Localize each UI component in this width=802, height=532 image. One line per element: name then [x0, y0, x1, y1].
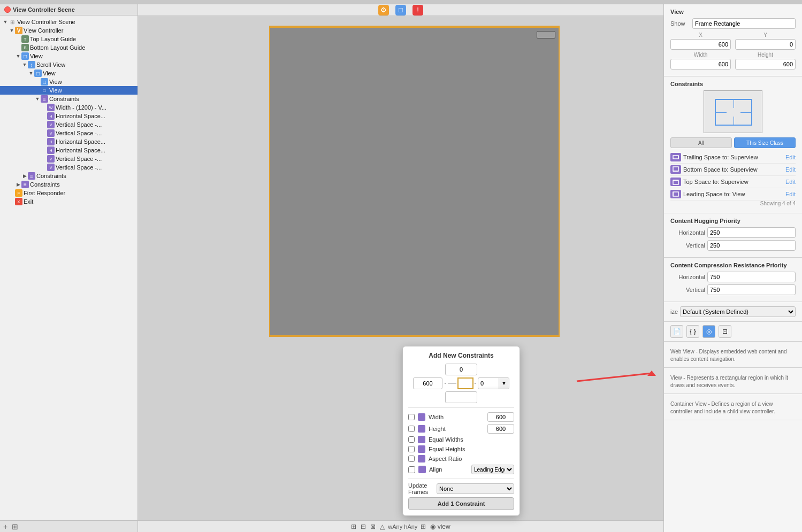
arrow-vc: ▼ — [9, 28, 15, 33]
tree-item-cr2[interactable]: ▶ ≡ Constraints — [0, 180, 138, 189]
tree-item-vs3[interactable]: V Vertical Space -... — [0, 155, 138, 163]
tree-item-vs2[interactable]: V Vertical Space -... — [0, 129, 138, 137]
sc-btn-this[interactable]: This Size Class — [734, 137, 796, 148]
tree-item-bottom-layout[interactable]: B Bottom Layout Guide — [0, 43, 138, 52]
tree-item-hs2[interactable]: H Horizontal Space... — [0, 137, 138, 146]
icon-cr2: ≡ — [21, 181, 29, 188]
rp-icon-size[interactable]: ⊡ — [719, 325, 731, 338]
layout-toggle-button[interactable]: ⊞ — [12, 522, 18, 531]
edit-top-btn[interactable]: Edit — [785, 179, 796, 185]
horiz-priority-row: Horizontal 250 — [670, 227, 796, 238]
tree-item-cr1[interactable]: ▶ ≡ Constraints — [0, 172, 138, 180]
tree-item-exit[interactable]: X Exit — [0, 197, 138, 206]
edit-trailing-btn[interactable]: Edit — [785, 154, 796, 160]
canvas-icon-warning[interactable]: ! — [413, 5, 423, 16]
tree-item-view3[interactable]: □ View — [0, 78, 138, 86]
anc-equal-widths-checkbox[interactable] — [408, 436, 415, 443]
anc-aspect-ratio-checkbox[interactable] — [408, 456, 415, 462]
icon-exit: X — [15, 198, 22, 205]
vert-comp-select[interactable]: 750 — [707, 284, 796, 295]
label-hs3: Horizontal Space... — [56, 147, 105, 153]
anc-update-row: Update Frames None Items of New Constrai… — [408, 482, 514, 495]
anc-top-input[interactable] — [445, 364, 477, 375]
tree-item-hs1[interactable]: H Horizontal Space... — [0, 112, 138, 120]
tree-item-view2[interactable]: ▼ □ View — [0, 69, 138, 78]
w-input[interactable] — [670, 59, 731, 70]
horiz-comp-select[interactable]: 750 — [707, 272, 796, 282]
tree-item-vs4[interactable]: V Vertical Space -... — [0, 163, 138, 172]
vert-comp-row: Vertical 750 — [670, 284, 796, 295]
bottom-right-icons: ⊞ ◉ view — [421, 523, 450, 530]
close-button[interactable] — [4, 6, 11, 13]
anc-bottom-input[interactable] — [445, 391, 477, 403]
icon-scene: ⊞ — [9, 18, 16, 26]
horiz-priority-select[interactable]: 250 — [707, 227, 796, 238]
anc-right-dropdown-btn[interactable]: ▼ — [499, 378, 509, 389]
label-constraints-sub: Constraints — [49, 96, 79, 102]
arrow-scene: ▼ — [2, 19, 9, 25]
rp-icon-code[interactable]: { } — [686, 325, 699, 338]
anc-center-box — [457, 377, 473, 389]
icon-equal-widths — [418, 436, 425, 443]
rp-size-section: ize Default (System Defined) — [664, 302, 802, 322]
h-input[interactable] — [735, 59, 796, 70]
rp-show-row: Show Frame Rectangle Bounds Rectangle — [670, 18, 796, 29]
status-icon-resolve[interactable]: △ — [380, 523, 385, 530]
status-icon-align[interactable]: ⊟ — [361, 523, 366, 530]
anc-height-checkbox[interactable] — [408, 426, 415, 432]
anc-width-value-input[interactable] — [487, 412, 514, 422]
sc-btn-all[interactable]: All — [670, 137, 732, 148]
canvas-work-area — [138, 16, 663, 520]
tree-item-scene[interactable]: ▼ ⊞ View Controller Scene — [0, 18, 138, 26]
vert-priority-select[interactable]: 250 — [707, 240, 796, 251]
tree-item-view4[interactable]: □ View — [0, 86, 138, 95]
tree-item-view-root[interactable]: ▼ □ View — [0, 52, 138, 60]
tree-item-vs1[interactable]: V Vertical Space -... — [0, 120, 138, 129]
tree-item-constraints-sub[interactable]: ▼ ≡ Constraints — [0, 95, 138, 103]
edit-leading-btn[interactable]: Edit — [785, 191, 796, 197]
label-view4: View — [49, 87, 62, 94]
rp-icon-attributes[interactable]: ◎ — [702, 325, 715, 338]
canvas-icon-gear[interactable]: ⚙ — [378, 5, 389, 16]
h-label: Height — [758, 52, 773, 58]
status-icon-pin[interactable]: ⊠ — [370, 523, 376, 530]
rp-show-select[interactable]: Frame Rectangle Bounds Rectangle — [692, 18, 796, 29]
rp-compression-section: Content Compression Resistance Priority … — [664, 258, 802, 302]
anc-height-value-input[interactable] — [487, 424, 514, 434]
w-label: Width — [694, 52, 708, 58]
tree-item-width-c[interactable]: W Width - (1200) - V... — [0, 103, 138, 112]
canvas-icon-view[interactable]: □ — [395, 5, 406, 16]
size-select[interactable]: Default (System Defined) — [680, 306, 796, 317]
label-width-c: Width - (1200) - V... — [56, 104, 106, 111]
status-icon-grid[interactable]: ⊞ — [351, 523, 356, 530]
anc-right-input[interactable] — [478, 378, 499, 389]
add-constraint-button[interactable]: Add 1 Constraint — [408, 497, 514, 510]
icon-any-size[interactable]: ⊞ — [421, 523, 426, 530]
tree-item-vc[interactable]: ▼ V View Controller — [0, 26, 138, 35]
anc-height-label: Height — [429, 426, 484, 432]
anc-left-input[interactable] — [413, 377, 442, 389]
tree-item-top-layout[interactable]: T Top Layout Guide — [0, 35, 138, 43]
add-item-button[interactable]: + — [3, 522, 7, 531]
tree-item-scroll-view[interactable]: ▼ ↕ Scroll View — [0, 60, 138, 69]
icon-equal-heights — [418, 445, 425, 453]
svg-line-0 — [577, 373, 652, 381]
icon-view-mode[interactable]: ◉ view — [430, 523, 450, 530]
top-toolbar — [0, 0, 802, 4]
anc-align-select[interactable]: Leading Edges Trailing Edges Top Edges B… — [471, 465, 514, 474]
anc-update-select[interactable]: None Items of New Constraints All Frames… — [437, 483, 514, 494]
tree-item-hs3[interactable]: H Horizontal Space... — [0, 146, 138, 155]
size-class-bar: All This Size Class — [670, 137, 796, 148]
label-vs1: Vertical Space -... — [56, 121, 102, 128]
rp-view-section: View Show Frame Rectangle Bounds Rectang… — [664, 4, 802, 76]
x-input[interactable] — [670, 39, 731, 50]
tree-item-fr[interactable]: F First Responder — [0, 189, 138, 197]
anc-width-checkbox[interactable] — [408, 414, 415, 420]
edit-bottom-btn[interactable]: Edit — [785, 166, 796, 173]
cv-outer — [704, 90, 762, 133]
y-input[interactable] — [735, 39, 796, 50]
label-view2: View — [43, 70, 56, 76]
anc-equal-heights-checkbox[interactable] — [408, 446, 415, 452]
anc-align-checkbox[interactable] — [408, 466, 415, 473]
rp-icon-file[interactable]: 📄 — [670, 325, 683, 338]
